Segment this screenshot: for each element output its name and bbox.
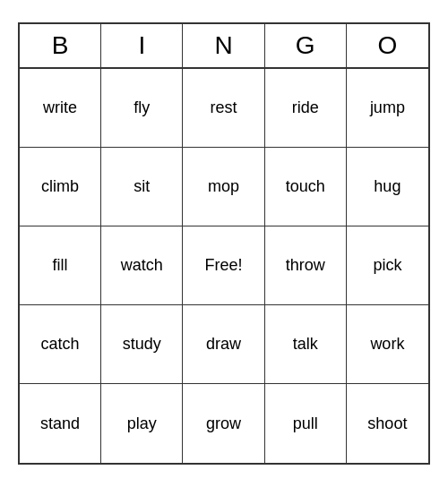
header-cell: G — [265, 24, 347, 67]
grid-cell-r1-c4: hug — [347, 148, 428, 226]
grid-cell-r3-c2: draw — [183, 305, 264, 384]
grid-cell-r4-c2: grow — [183, 384, 264, 463]
grid-cell-r3-c0: catch — [20, 305, 101, 384]
grid-cell-r1-c2: mop — [183, 148, 264, 226]
grid-cell-r2-c4: pick — [347, 226, 428, 305]
grid-cell-r1-c3: touch — [265, 148, 347, 226]
grid-cell-r3-c3: talk — [265, 305, 347, 384]
grid-cell-r1-c1: sit — [101, 148, 183, 226]
grid-cell-r0-c4: jump — [347, 69, 428, 148]
header-cell: O — [347, 24, 428, 67]
bingo-header: BINGO — [20, 24, 428, 69]
grid-cell-r2-c1: watch — [101, 226, 183, 305]
grid-cell-r4-c0: stand — [20, 384, 101, 463]
grid-cell-r2-c2: Free! — [183, 226, 264, 305]
grid-cell-r2-c0: fill — [20, 226, 101, 305]
grid-cell-r0-c1: fly — [101, 69, 183, 148]
grid-cell-r3-c4: work — [347, 305, 428, 384]
grid-cell-r1-c0: climb — [20, 148, 101, 226]
bingo-card: BINGO writeflyrestridejumpclimbsitmoptou… — [18, 22, 430, 465]
grid-cell-r0-c3: ride — [265, 69, 347, 148]
header-cell: N — [183, 24, 264, 67]
grid-cell-r0-c2: rest — [183, 69, 264, 148]
header-cell: I — [101, 24, 183, 67]
bingo-grid: writeflyrestridejumpclimbsitmoptouchhugf… — [20, 69, 428, 463]
grid-cell-r0-c0: write — [20, 69, 101, 148]
grid-cell-r4-c3: pull — [265, 384, 347, 463]
grid-cell-r4-c4: shoot — [347, 384, 428, 463]
header-cell: B — [20, 24, 101, 67]
grid-cell-r2-c3: throw — [265, 226, 347, 305]
grid-cell-r3-c1: study — [101, 305, 183, 384]
grid-cell-r4-c1: play — [101, 384, 183, 463]
